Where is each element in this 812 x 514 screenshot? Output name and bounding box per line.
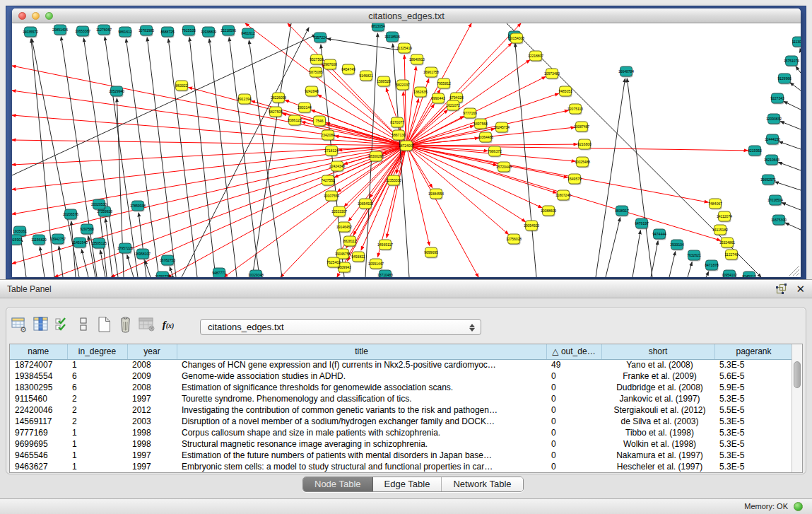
graph-edge[interactable] bbox=[780, 122, 801, 129]
table-cell[interactable]: 0 bbox=[546, 450, 601, 461]
table-cell[interactable]: Hescheler et al. (1997) bbox=[601, 461, 714, 472]
graph-node[interactable]: 863322 bbox=[176, 81, 189, 92]
graph-edge[interactable] bbox=[627, 78, 652, 277]
graph-node[interactable]: 6479197 bbox=[635, 218, 649, 230]
table-cell[interactable]: 9115460 bbox=[10, 393, 67, 404]
graph-edge[interactable] bbox=[229, 37, 259, 277]
graph-node[interactable]: 10029348 bbox=[248, 270, 264, 277]
graph-edge[interactable] bbox=[784, 101, 801, 110]
graph-edge[interactable] bbox=[796, 66, 801, 73]
graph-node[interactable]: 7357224 bbox=[313, 33, 327, 44]
graph-node[interactable]: 10654922 bbox=[358, 199, 373, 210]
graph-edge[interactable] bbox=[249, 40, 282, 277]
graph-node[interactable]: 14035572 bbox=[23, 27, 38, 38]
table-cell[interactable]: 14569117 bbox=[10, 416, 67, 427]
graph-edge[interactable] bbox=[785, 223, 801, 230]
graph-edge[interactable] bbox=[706, 271, 709, 277]
create-column-button[interactable] bbox=[94, 315, 115, 334]
graph-node[interactable]: 16782753 bbox=[160, 255, 175, 267]
graph-node[interactable]: 7955812 bbox=[437, 78, 451, 90]
graph-node[interactable]: 10781985 bbox=[139, 25, 154, 37]
table-cell[interactable]: 0 bbox=[546, 370, 601, 382]
graph-edge[interactable] bbox=[406, 146, 542, 208]
tab-network-table[interactable]: Network Table bbox=[442, 477, 522, 491]
table-cell[interactable]: 0 bbox=[546, 382, 601, 393]
graph-node[interactable]: 10025488 bbox=[575, 157, 590, 168]
table-cell[interactable]: 5.9E-5 bbox=[714, 382, 793, 393]
graph-node[interactable]: 9216800 bbox=[577, 139, 592, 151]
graph-edge[interactable] bbox=[105, 37, 138, 277]
table-row[interactable]: 911546021997Tourette syndrome. Phenomeno… bbox=[10, 393, 793, 404]
graph-node[interactable]: 2718124 bbox=[324, 146, 339, 157]
graph-node[interactable]: 11451940 bbox=[72, 238, 88, 249]
table-cell[interactable]: 5.3E-5 bbox=[714, 359, 793, 370]
graph-node[interactable]: 7427552 bbox=[321, 175, 335, 187]
table-cell[interactable]: Structural magnetic resonance image aver… bbox=[177, 438, 546, 450]
graph-node[interactable]: 20891406 bbox=[52, 25, 68, 36]
graph-node[interactable]: 20364486 bbox=[478, 132, 493, 144]
graph-node[interactable]: 13533307 bbox=[331, 206, 347, 218]
table-cell[interactable]: Estimation of the future numbers of pati… bbox=[177, 450, 546, 461]
graph-node[interactable]: 15324861 bbox=[719, 238, 735, 249]
table-row[interactable]: 946554611997Estimation of the future num… bbox=[10, 450, 793, 461]
graph-node[interactable]: 5875085 bbox=[309, 67, 323, 78]
graph-node[interactable]: 11675300 bbox=[771, 215, 787, 226]
table-cell[interactable]: Changes of HCN gene expression and I(f) … bbox=[177, 359, 546, 370]
table-cell[interactable]: 5.3E-5 bbox=[714, 438, 793, 450]
graph-edge[interactable] bbox=[12, 146, 406, 165]
graph-node[interactable]: 10991447 bbox=[368, 259, 384, 270]
table-cell[interactable]: 1 bbox=[67, 461, 127, 472]
graph-node[interactable]: 9146821 bbox=[359, 71, 373, 82]
network-window[interactable]: citations_edges.txt 18724007140355722089… bbox=[12, 8, 801, 277]
table-cell[interactable]: 19384554 bbox=[10, 370, 67, 382]
graph-node[interactable]: 8170077 bbox=[390, 117, 404, 129]
table-row[interactable]: 946362711997Embryonic stem cells: a mode… bbox=[10, 461, 793, 472]
graph-node[interactable]: 16245734 bbox=[494, 122, 510, 134]
graph-node[interactable]: 8461612 bbox=[241, 28, 255, 40]
graph-edge[interactable] bbox=[71, 221, 76, 277]
table-cell[interactable]: Investigating the contribution of common… bbox=[177, 404, 546, 416]
graph-node[interactable]: 19146452 bbox=[336, 222, 352, 233]
table-cell[interactable]: 6 bbox=[67, 382, 127, 393]
close-panel-button[interactable]: ✕ bbox=[796, 284, 805, 295]
table-cell[interactable]: 18300295 bbox=[10, 382, 67, 393]
table-cell[interactable]: de Silva et al. (2003) bbox=[601, 416, 714, 427]
table-cell[interactable]: 5.3E-5 bbox=[714, 461, 793, 472]
table-cell[interactable]: Corpus callosum shape and size in male p… bbox=[177, 427, 546, 438]
graph-node[interactable]: 11325419 bbox=[396, 43, 412, 54]
resize-grip[interactable] bbox=[789, 266, 799, 276]
graph-node[interactable]: 14569117 bbox=[377, 240, 393, 251]
table-cell[interactable]: 9463627 bbox=[10, 461, 67, 472]
column-header[interactable]: △ out_de… bbox=[546, 344, 601, 359]
table-cell[interactable]: 0 bbox=[546, 427, 601, 438]
graph-node[interactable]: 5827505 bbox=[269, 107, 283, 118]
graph-node[interactable]: 9227343 bbox=[770, 93, 784, 105]
column-header[interactable]: title bbox=[177, 344, 546, 359]
graph-node[interactable]: 10973483 bbox=[544, 69, 560, 80]
table-cell[interactable]: 5.5E-5 bbox=[714, 404, 793, 416]
graph-node[interactable]: 19218506 bbox=[384, 32, 400, 43]
graph-node[interactable]: 18300295 bbox=[368, 151, 384, 163]
table-cell[interactable]: Disruption of a novel member of a sodium… bbox=[177, 416, 546, 427]
table-row[interactable]: 1872400712008Changes of HCN gene express… bbox=[10, 359, 793, 370]
graph-edge[interactable] bbox=[596, 78, 625, 277]
graph-node[interactable]: 1362635 bbox=[413, 87, 428, 98]
table-cell[interactable]: 9777169 bbox=[10, 427, 67, 438]
graph-node[interactable]: 9527508 bbox=[310, 54, 324, 66]
graph-edge[interactable] bbox=[40, 247, 45, 277]
table-cell[interactable]: 5.3E-5 bbox=[714, 427, 793, 438]
graph-node[interactable]: 7915535 bbox=[182, 25, 196, 37]
graph-edge[interactable] bbox=[168, 39, 197, 277]
graph-edge[interactable] bbox=[778, 162, 801, 170]
graph-edge[interactable] bbox=[688, 262, 692, 277]
table-cell[interactable]: 1997 bbox=[127, 461, 177, 472]
table-row[interactable]: 1830029562008Estimation of significance … bbox=[10, 382, 793, 393]
graph-edge[interactable] bbox=[790, 83, 801, 90]
table-cell[interactable]: 2 bbox=[67, 416, 127, 427]
graph-node[interactable]: 1549579 bbox=[567, 174, 582, 185]
graph-node[interactable]: 18724007 bbox=[399, 141, 414, 152]
graph-node[interactable]: 7484067 bbox=[708, 199, 722, 210]
graph-node[interactable]: 9242848 bbox=[305, 86, 319, 98]
table-cell[interactable]: Estimation of significance thresholds fo… bbox=[177, 382, 546, 393]
table-cell[interactable]: 1 bbox=[67, 450, 127, 461]
